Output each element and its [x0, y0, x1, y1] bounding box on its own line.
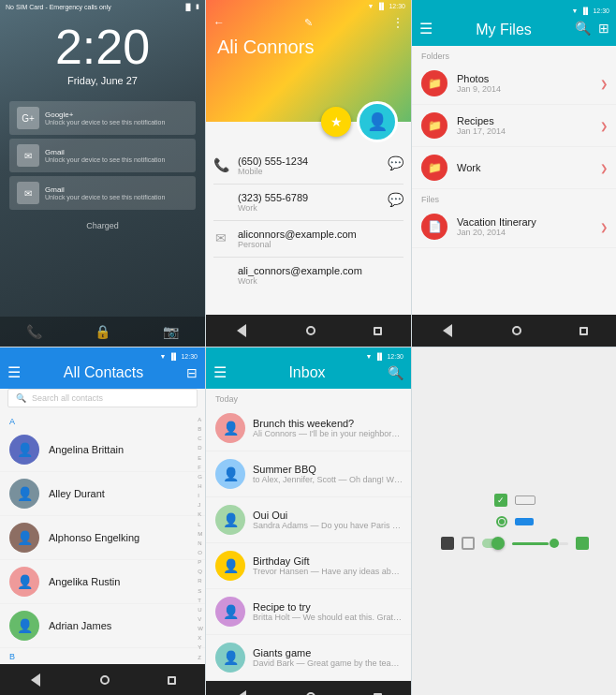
contacts-header: ▼ ▐▌ 12:30 ☰ All Contacts ⊟ — [0, 348, 205, 389]
files-folder-work-icon: 📁 — [421, 155, 447, 181]
inbox-preview-giants: David Bark — Great game by the team of..… — [253, 658, 403, 668]
inbox-search-icon[interactable]: 🔍 — [388, 365, 403, 380]
inbox-wifi-icon: ▼ — [366, 353, 373, 360]
inbox-email-ouioui[interactable]: 👤 Oui Oui Sandra Adams — Do you have Par… — [206, 497, 411, 543]
inbox-email-giants[interactable]: 👤 Giants game David Bark — Great game by… — [206, 635, 411, 681]
inbox-email-ouioui-content: Oui Oui Sandra Adams — Do you have Paris… — [253, 510, 403, 530]
contact-phone2-content: (323) 555-6789 Work — [238, 192, 378, 213]
widget-toggle-track — [482, 539, 505, 548]
inbox-avatar-ouioui: 👤 — [215, 505, 245, 535]
widget-radio-on[interactable] — [496, 516, 507, 527]
phone-icon[interactable]: 📞 — [26, 324, 42, 339]
inbox-menu-icon[interactable]: ☰ — [213, 363, 227, 381]
inbox-preview-bbq: to Alex, Jennifer, Scott — Oh dang! Wish… — [253, 475, 403, 484]
more-icon[interactable]: ⋮ — [392, 16, 403, 29]
files-grid-icon[interactable]: ⊞ — [598, 21, 609, 36]
edit-icon[interactable]: ✎ — [304, 17, 313, 29]
widget-toggle-on[interactable] — [482, 539, 505, 548]
contact-email2-row[interactable]: ali_connors@example.com Work — [213, 258, 403, 293]
inbox-screen: ▼ ▐▌ 12:30 ☰ Inbox 🔍 Today 👤 Brunch this… — [206, 348, 411, 695]
contacts-search-bar[interactable]: 🔍 Search all contacts — [7, 389, 198, 407]
inbox-email-recipe[interactable]: 👤 Recipe to try Britta Holt — We should … — [206, 589, 411, 635]
files-title: My Files — [433, 22, 575, 38]
inbox-home-icon[interactable] — [306, 688, 315, 695]
lock-date: Friday, June 27 — [0, 75, 205, 86]
files-back-icon[interactable] — [441, 322, 454, 339]
contacts-filter-icon[interactable]: ⊟ — [186, 365, 198, 380]
contact-name-adrian: Adrian James — [49, 620, 111, 631]
files-menu-icon[interactable]: ☰ — [419, 20, 433, 37]
widget-button-filled[interactable] — [515, 518, 534, 525]
widget-slider[interactable] — [512, 542, 568, 545]
files-search-icon[interactable]: 🔍 — [575, 21, 591, 36]
contacts-search-placeholder: Search all contacts — [32, 393, 103, 403]
inbox-email-recipe-content: Recipe to try Britta Holt — We should ea… — [253, 601, 403, 622]
files-folder-recipes-icon: 📁 — [421, 112, 447, 139]
battery-icon: ▮ — [196, 3, 199, 10]
contact-phone2-row[interactable]: (323) 555-6789 Work 💬 — [213, 185, 403, 221]
files-folder-work[interactable]: 📁 Work ❯ — [412, 147, 616, 189]
back-arrow-icon[interactable]: ← — [213, 16, 225, 29]
notification-google-plus[interactable]: G+ Google+ Unlock your device to see thi… — [9, 101, 196, 135]
contact-phone1-action[interactable]: 💬 — [388, 155, 403, 170]
back-nav-icon[interactable] — [235, 322, 248, 339]
signal-bars-icon: ▐▌ — [377, 3, 387, 9]
contacts-home-icon[interactable] — [100, 672, 110, 688]
email-icon-1: ✉ — [213, 230, 228, 245]
inbox-preview-brunch: Ali Connors — I'll be in your neighborho… — [253, 429, 403, 438]
signal-icon: ▐▌ — [183, 4, 193, 10]
notification-gmail-2[interactable]: ✉ Gmail Unlock your device to see this n… — [9, 176, 196, 210]
contact-item-adrian[interactable]: 👤 Adrian James — [0, 604, 205, 648]
contact-email1-row[interactable]: ✉ aliconnors@example.com Personal — [213, 221, 403, 258]
inbox-recents-icon[interactable] — [374, 688, 382, 695]
widget-checkbox-checked-1[interactable]: ✓ — [494, 494, 507, 507]
contact-email2-value: ali_connors@example.com — [238, 265, 403, 276]
files-recents-icon[interactable] — [579, 322, 588, 339]
contact-avatar-alley: 👤 — [9, 479, 39, 509]
inbox-status-time: 12:30 — [387, 353, 403, 360]
widget-checkbox-unchecked[interactable] — [462, 537, 475, 550]
files-home-icon[interactable] — [512, 322, 521, 339]
lock-status-bar: No SIM Card - Emergency calls only ▐▌ ▮ — [0, 0, 205, 13]
star-fab[interactable]: ★ — [321, 107, 351, 137]
files-folder-recipes[interactable]: 📁 Recipes Jan 17, 2014 ❯ — [412, 105, 616, 147]
files-status-time: 12:30 — [593, 7, 609, 14]
recents-nav-icon[interactable] — [374, 322, 382, 339]
home-nav-icon[interactable] — [306, 322, 315, 339]
files-folder-photos[interactable]: 📁 Photos Jan 9, 2014 ❯ — [412, 63, 616, 105]
widget-button-outline[interactable] — [515, 495, 535, 505]
contact-item-angelina[interactable]: 👤 Angelina Brittain — [0, 428, 205, 472]
lock-icon[interactable]: 🔒 — [95, 324, 110, 339]
contact-email1-label: Personal — [238, 240, 403, 249]
contact-item-angelika[interactable]: 👤 Angelika Rustin — [0, 560, 205, 604]
inbox-email-bbq[interactable]: 👤 Summer BBQ to Alex, Jennifer, Scott — … — [206, 451, 411, 497]
widgets-screen: ✓ — [412, 348, 616, 695]
inbox-email-brunch[interactable]: 👤 Brunch this weekend? Ali Connors — I'l… — [206, 406, 411, 451]
files-file-vacation[interactable]: 📄 Vacation Itinerary Jan 20, 2014 ❯ — [412, 206, 616, 248]
widget-color-dark — [441, 537, 454, 550]
contacts-menu-icon[interactable]: ☰ — [7, 363, 21, 381]
lock-screen: No SIM Card - Emergency calls only ▐▌ ▮ … — [0, 0, 205, 347]
files-wifi-icon: ▼ — [572, 7, 579, 14]
inbox-header-row: ☰ Inbox 🔍 — [213, 363, 403, 381]
contact-nav-bar — [206, 315, 411, 347]
contacts-recents-icon[interactable] — [168, 672, 176, 688]
inbox-email-birthday[interactable]: 👤 Birthday Gift Trevor Hansen — Have any… — [206, 543, 411, 589]
contact-name: Ali Connors — [206, 33, 411, 58]
contact-item-alphonso[interactable]: 👤 Alphonso Engelking — [0, 516, 205, 560]
contact-phone2-value: (323) 555-6789 — [238, 192, 378, 203]
inbox-signal-icon: ▐▌ — [375, 353, 385, 360]
inbox-back-icon[interactable] — [235, 688, 248, 695]
charged-text: Charged — [0, 221, 205, 230]
files-header-row: ☰ My Files 🔍 ⊞ — [419, 18, 609, 38]
contacts-section-b: B — [0, 648, 205, 663]
contact-phone2-action[interactable]: 💬 — [388, 192, 403, 207]
notification-gmail-1[interactable]: ✉ Gmail Unlock your device to see this n… — [9, 139, 196, 172]
contact-phone1-row[interactable]: 📞 (650) 555-1234 Mobile 💬 — [213, 148, 403, 185]
camera-icon[interactable]: 📷 — [163, 324, 179, 339]
files-folder-photos-text: Photos Jan 9, 2014 — [457, 73, 591, 94]
contacts-back-icon[interactable] — [29, 672, 42, 688]
contact-avatar-angelika: 👤 — [9, 567, 39, 597]
contact-item-alley[interactable]: 👤 Alley Durant — [0, 472, 205, 516]
contacts-header-row: ☰ All Contacts ⊟ — [7, 363, 198, 381]
